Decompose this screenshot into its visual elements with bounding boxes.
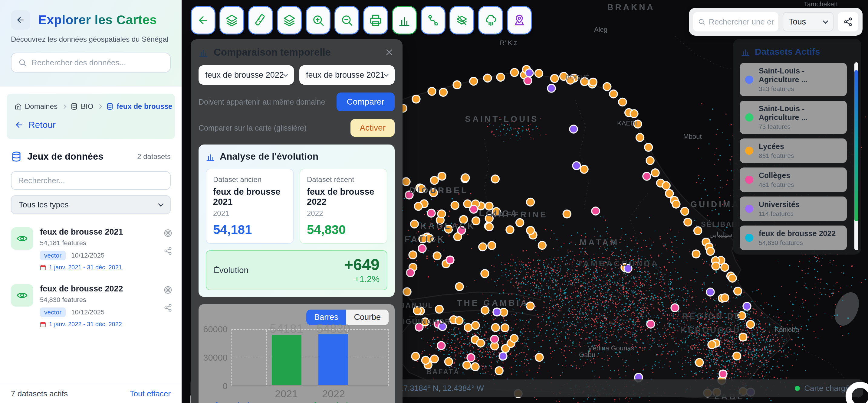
sidebar-search xyxy=(11,53,171,73)
layer-item[interactable]: Universités114 features xyxy=(740,197,847,221)
entity-type-select[interactable]: Tous xyxy=(783,12,834,31)
chart-bar-value: 54181 xyxy=(270,322,303,336)
sidebar: Explorer les Cartes Découvrez les donnée… xyxy=(0,0,182,403)
database-icon xyxy=(11,151,22,162)
close-icon[interactable] xyxy=(384,47,395,58)
chart-legend: feux de brousse 2022feux de brousse 2021 xyxy=(205,401,389,403)
app-root: Explorer les Cartes Découvrez les donnée… xyxy=(0,0,868,403)
chevron-right-icon xyxy=(97,104,102,109)
database-icon xyxy=(106,103,114,110)
toolbar-precipitation-button[interactable] xyxy=(478,6,503,34)
recent-dataset-card: Dataset récent feux de brousse 2022 2022… xyxy=(300,169,388,244)
layers-icon xyxy=(226,14,238,26)
bar-chart-icon xyxy=(398,14,410,26)
toolbar-locate-button[interactable] xyxy=(507,6,532,34)
dataset-features: 54,181 features xyxy=(40,239,157,247)
chart-bar-value: 54830 xyxy=(317,322,350,336)
dataset-features: 54,830 features xyxy=(40,296,157,304)
scrollbar-thumb[interactable] xyxy=(855,70,858,221)
old-dataset-year: 2021 xyxy=(213,209,286,218)
visibility-toggle[interactable] xyxy=(11,284,33,307)
visibility-toggle[interactable] xyxy=(11,227,33,250)
layer-item[interactable]: Collèges481 features xyxy=(740,167,847,192)
sidebar-search-input[interactable] xyxy=(31,58,163,67)
scrollbar[interactable] xyxy=(855,62,858,250)
share-icon[interactable] xyxy=(164,247,172,255)
arrow-left-icon xyxy=(14,120,24,129)
share-icon xyxy=(843,17,853,27)
clear-all-link[interactable]: Tout effacer xyxy=(130,389,171,399)
map-container[interactable]: BRAKNAAlegTamchekettR' KizSAINT-LOUISBOG… xyxy=(182,0,868,403)
breadcrumb-domain[interactable]: BIO xyxy=(70,102,93,111)
dataset-type-badge: vector xyxy=(40,250,66,260)
share-icon[interactable] xyxy=(164,304,172,312)
target-icon[interactable] xyxy=(163,286,173,295)
toolbar-layers-off-button[interactable] xyxy=(450,6,474,34)
chart-bar xyxy=(272,335,302,385)
mini-chart-card: Barres Courbe 03000060000 5418154830 202… xyxy=(198,304,395,403)
toolbar-layers-button[interactable] xyxy=(219,6,244,34)
breadcrumb-current[interactable]: feux de brousse xyxy=(106,102,172,111)
search-icon xyxy=(18,58,27,67)
share-map-button[interactable] xyxy=(838,12,858,31)
old-dataset-label: Dataset ancien xyxy=(213,175,286,184)
entity-search-input[interactable] xyxy=(709,17,774,27)
cloud-rain-icon xyxy=(485,14,497,26)
layer-item[interactable]: Lycées861 features xyxy=(740,138,847,163)
toolbar-basemap-button[interactable] xyxy=(277,6,302,34)
chevron-down-icon xyxy=(158,201,163,206)
entity-search-bar: Tous xyxy=(689,8,863,36)
active-datasets-panel: Datasets Actifs Saint-Louis - Agricultur… xyxy=(733,39,861,255)
status-dot xyxy=(795,386,800,391)
bar-chart-icon xyxy=(198,47,208,57)
chart-tick: 60000 xyxy=(203,324,227,334)
dataset-select-right[interactable]: feux de brousse 2021 xyxy=(299,65,395,85)
gridline xyxy=(266,330,267,385)
toolbar-measure-button[interactable] xyxy=(248,6,273,34)
layer-item[interactable]: feux de brousse 202254,830 features xyxy=(740,226,847,250)
toolbar-route-button[interactable] xyxy=(421,6,445,34)
app-back-button[interactable] xyxy=(11,10,30,30)
breadcrumb: Domaines BIO feux de brousse xyxy=(14,102,167,111)
bar-chart-icon xyxy=(206,152,215,161)
dataset-item[interactable]: feux de brousse 2021 54,181 features vec… xyxy=(11,227,173,271)
toolbar-print-button[interactable] xyxy=(363,6,388,34)
layers-off-icon xyxy=(456,14,468,26)
page-subtitle: Découvrez les données géospatiales du Sé… xyxy=(11,35,171,43)
toolbar-zoom-in-button[interactable] xyxy=(306,6,331,34)
type-filter-select[interactable]: Tous les types xyxy=(11,195,171,214)
route-icon xyxy=(427,14,439,26)
back-link[interactable]: Retour xyxy=(14,120,167,130)
old-dataset-name: feux de brousse 2021 xyxy=(213,187,286,207)
chart-x-label: 2022 xyxy=(322,388,345,400)
layer-item[interactable]: Saint-Louis - Agriculture ...323 feature… xyxy=(740,63,847,96)
breadcrumb-domaines[interactable]: Domaines xyxy=(14,102,58,111)
datasets-filter-input[interactable] xyxy=(11,171,171,190)
evolution-summary: Évolution +649 +1.2% xyxy=(206,250,388,290)
dataset-item[interactable]: feux de brousse 2022 54,830 features vec… xyxy=(11,284,173,328)
ruler-icon xyxy=(254,14,267,26)
chart-mode-curve-button[interactable]: Courbe xyxy=(346,310,389,325)
layer-color-dot xyxy=(745,75,753,84)
toolbar-zoom-out-button[interactable] xyxy=(334,6,359,34)
panel-title: Comparaison temporelle xyxy=(214,46,378,58)
compare-button[interactable]: Comparer xyxy=(337,93,395,111)
layer-color-dot xyxy=(745,234,753,242)
dataset-date: 10/12/2025 xyxy=(71,308,104,316)
activate-slider-button[interactable]: Activer xyxy=(350,119,395,137)
chevron-down-icon xyxy=(823,18,828,24)
toolbar-chart-button[interactable] xyxy=(392,6,417,34)
map-pin-icon xyxy=(513,14,525,26)
dataset-date: 10/12/2025 xyxy=(71,251,104,259)
layer-color-dot xyxy=(745,205,753,213)
evolution-percent: +1.2% xyxy=(344,274,379,284)
target-icon[interactable] xyxy=(163,229,173,238)
calendar-icon xyxy=(40,265,46,271)
evolution-analysis-card: Analyse de l'évolution Dataset ancien fe… xyxy=(198,144,395,297)
toolbar-back-button[interactable] xyxy=(191,6,216,34)
dataset-range: 1 janv. 2022 - 31 déc. 2022 xyxy=(49,321,122,328)
layer-item[interactable]: Saint-Louis - Agriculture ...73 features xyxy=(740,101,847,134)
recent-dataset-name: feux de brousse 2022 xyxy=(307,187,380,207)
dataset-range: 1 janv. 2021 - 31 déc. 2021 xyxy=(49,264,122,271)
dataset-select-left[interactable]: feux de brousse 2022 xyxy=(198,65,294,85)
